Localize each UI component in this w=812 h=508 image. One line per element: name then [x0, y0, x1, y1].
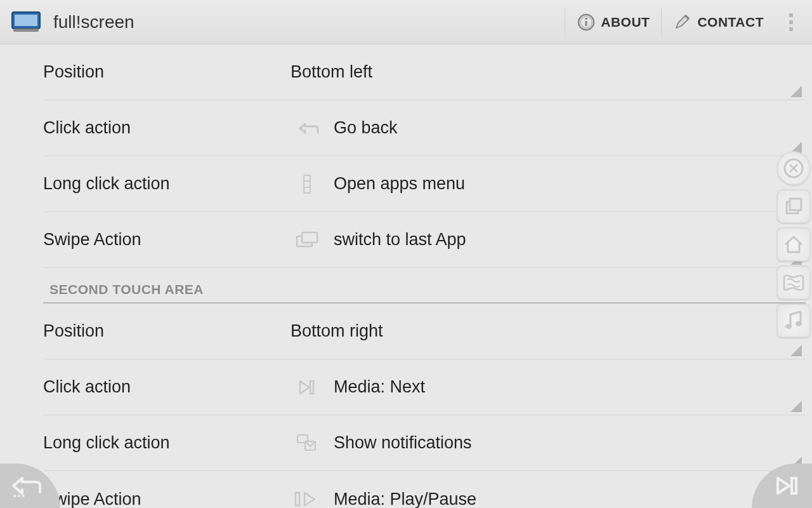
svg-point-22	[785, 324, 792, 329]
position-spinner[interactable]: Bottom left	[284, 44, 806, 100]
svg-point-24	[13, 495, 16, 497]
recent-apps-icon	[783, 196, 804, 217]
svg-rect-16	[296, 493, 299, 505]
row-value: Media: Play/Pause	[334, 490, 476, 509]
settings-list: Position Bottom left Click action Go bac…	[0, 44, 812, 508]
row-label: Swipe Action	[43, 212, 284, 267]
svg-rect-2	[13, 29, 39, 32]
row-click-action-2: Click action Media: Next	[43, 359, 806, 415]
row-value: Media: Next	[334, 377, 425, 397]
svg-rect-21	[790, 199, 801, 210]
row-position: Position Bottom left	[43, 44, 806, 100]
click-action-spinner[interactable]: Go back	[284, 100, 806, 156]
contact-button[interactable]: CONTACT	[661, 8, 775, 37]
row-value: Bottom right	[291, 321, 383, 341]
overflow-menu-button[interactable]	[782, 13, 801, 31]
back-icon	[8, 473, 44, 498]
floating-side-panel	[775, 151, 812, 338]
row-position-2: Position Bottom right	[43, 304, 806, 359]
notifications-icon	[291, 431, 322, 456]
swipe-action-spinner[interactable]: switch to last App	[284, 212, 806, 267]
long-click-action-spinner[interactable]: Open apps menu	[284, 156, 806, 211]
dropdown-indicator-icon	[790, 345, 802, 356]
row-label: Long click action	[43, 156, 284, 211]
row-swipe-action: Swipe Action switch to last App	[43, 212, 806, 268]
section-header-second-touch: SECOND TOUCH AREA	[43, 278, 806, 304]
app-icon	[11, 11, 41, 33]
row-click-action: Click action Go back	[43, 100, 806, 156]
side-close-button[interactable]	[776, 151, 811, 185]
swipe-action-2-spinner[interactable]: Media: Play/Pause	[284, 471, 806, 508]
app-title: full!screen	[53, 12, 565, 32]
svg-rect-13	[310, 381, 313, 394]
svg-rect-5	[586, 21, 587, 26]
row-value: Go back	[334, 118, 398, 138]
svg-rect-1	[15, 15, 37, 26]
side-home-button[interactable]	[776, 227, 811, 262]
row-label: Position	[43, 304, 284, 359]
row-value: Open apps menu	[334, 174, 465, 194]
row-value: Bottom left	[291, 62, 372, 82]
back-arrow-icon	[291, 116, 322, 141]
dropdown-indicator-icon	[790, 86, 802, 97]
media-next-icon	[773, 473, 801, 498]
row-label: Click action	[43, 359, 284, 415]
row-swipe-action-2: Swipe Action Media: Play/Pause	[43, 471, 806, 508]
row-value: switch to last App	[334, 230, 466, 250]
switch-app-icon	[291, 227, 322, 253]
contact-label: CONTACT	[697, 15, 764, 30]
media-next-icon	[291, 375, 322, 400]
music-note-icon	[783, 309, 804, 332]
row-label: Position	[43, 44, 284, 100]
row-label: Swipe Action	[43, 471, 284, 508]
position-2-spinner[interactable]: Bottom right	[284, 304, 806, 359]
svg-point-6	[585, 17, 587, 20]
info-icon	[577, 13, 596, 32]
map-icon	[782, 272, 805, 293]
side-music-button[interactable]	[776, 304, 811, 338]
svg-rect-12	[302, 232, 317, 243]
row-value: Show notifications	[334, 433, 472, 453]
svg-point-23	[796, 321, 802, 326]
apps-menu-icon	[291, 171, 322, 197]
long-click-action-2-spinner[interactable]: Show notifications	[284, 415, 806, 471]
side-map-button[interactable]	[776, 265, 811, 300]
row-label: Click action	[43, 100, 284, 156]
click-action-2-spinner[interactable]: Media: Next	[284, 359, 806, 415]
close-circle-icon	[783, 157, 804, 179]
about-label: ABOUT	[601, 15, 650, 30]
svg-point-26	[22, 495, 25, 497]
home-icon	[783, 234, 804, 255]
row-long-click-action: Long click action Open apps menu	[43, 156, 806, 212]
dropdown-indicator-icon	[790, 401, 802, 412]
about-button[interactable]: ABOUT	[565, 8, 661, 37]
side-recent-button[interactable]	[776, 189, 811, 224]
play-pause-icon	[291, 486, 322, 508]
pencil-icon	[673, 13, 692, 32]
action-bar: full!screen ABOUT CONTACT	[0, 0, 812, 44]
svg-point-25	[18, 495, 20, 497]
svg-rect-8	[304, 175, 310, 193]
svg-rect-27	[792, 478, 796, 493]
row-label: Long click action	[43, 415, 284, 471]
row-long-click-action-2: Long click action Show notifications	[43, 415, 806, 471]
